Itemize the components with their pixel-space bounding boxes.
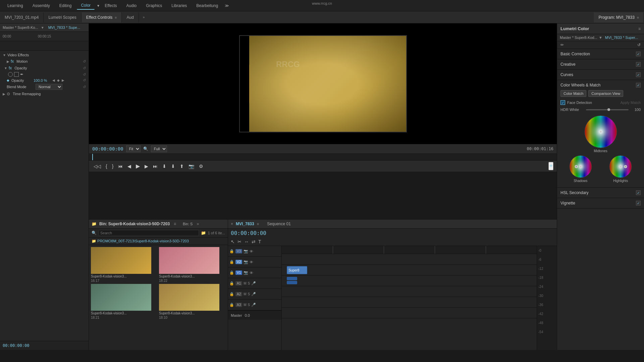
- slip-tool[interactable]: ⇄: [252, 239, 256, 244]
- lumetri-vignette-section[interactable]: Vignette ✓: [557, 198, 644, 208]
- opacity-reset-icon[interactable]: ↺: [83, 66, 86, 70]
- tab-source-file[interactable]: MVI_7203_01.mp4: [0, 12, 44, 22]
- lumetri-edit-icon[interactable]: ✏: [560, 43, 564, 47]
- hdr-slider[interactable]: [586, 109, 629, 110]
- track-m-a3[interactable]: M: [244, 303, 246, 307]
- shuttle-slider[interactable]: ◁◁: [92, 163, 102, 170]
- track-clip-v1-1[interactable]: [287, 277, 297, 280]
- source-expand-icon[interactable]: »: [197, 222, 199, 226]
- menu-item-editing[interactable]: Editing: [55, 2, 76, 9]
- track-eye-v1[interactable]: 👁: [250, 271, 253, 275]
- step-back-btn[interactable]: ◀: [126, 163, 132, 170]
- menu-item-audio[interactable]: Audio: [122, 2, 141, 9]
- preview-playhead-bar[interactable]: [89, 154, 557, 161]
- track-mic-a1[interactable]: 🎤: [251, 281, 256, 286]
- track-clip-v2[interactable]: Super8: [287, 266, 307, 274]
- lumetri-section-basic[interactable]: Basic Correction ✓: [557, 49, 644, 59]
- opacity-keyframe-prev[interactable]: ◀: [52, 78, 55, 82]
- tab-aud[interactable]: Aud: [122, 12, 139, 22]
- track-lock-a3[interactable]: 🔒: [229, 303, 234, 307]
- menu-item-libraries[interactable]: Libraries: [167, 2, 191, 9]
- track-s-a3[interactable]: S: [248, 303, 250, 307]
- razor-tool[interactable]: ✂: [237, 239, 241, 244]
- new-bin-icon[interactable]: 📁: [201, 231, 206, 235]
- list-item[interactable]: Super8-Kodak-vision3... 18:22: [159, 247, 226, 283]
- search-input[interactable]: [99, 230, 199, 236]
- track-s-a2[interactable]: S: [248, 292, 250, 296]
- track-btn-v1[interactable]: V1: [235, 270, 242, 275]
- step-fwd-btn[interactable]: ▶: [143, 163, 150, 170]
- go-to-in-btn[interactable]: ⏮: [117, 163, 124, 170]
- track-btn-v3[interactable]: V3: [235, 249, 242, 253]
- lumetri-menu-icon[interactable]: ≡: [638, 26, 641, 31]
- menu-item-learning[interactable]: Learning: [3, 2, 27, 9]
- mark-in-btn[interactable]: {: [104, 163, 109, 170]
- track-clip-v1-2[interactable]: [287, 281, 297, 284]
- fit-select[interactable]: Fit: [126, 145, 141, 152]
- apply-match-btn[interactable]: Apply Match: [620, 101, 641, 105]
- track-lock-v2[interactable]: 🔒: [229, 260, 234, 264]
- ripple-tool[interactable]: ↔: [244, 239, 249, 244]
- track-m-a2[interactable]: M: [244, 292, 246, 296]
- list-item[interactable]: Super8-Kodak-vision3... 18:10: [159, 284, 226, 319]
- tab-program-monitor[interactable]: Program: MVI_7833 ≡: [594, 12, 644, 22]
- track-lock-v3[interactable]: 🔒: [229, 249, 234, 253]
- highlights-wheel[interactable]: Highlights: [609, 155, 632, 183]
- opacity-value-display[interactable]: 100.0 %: [34, 78, 50, 82]
- timeline-close-btn[interactable]: ×: [231, 222, 233, 226]
- lumetri-reset-icon[interactable]: ↺: [637, 43, 641, 47]
- lumetri-basic-check[interactable]: ✓: [636, 52, 641, 56]
- tab-effect-controls[interactable]: Effect Controls ≡: [82, 12, 122, 22]
- hsl-check[interactable]: ✓: [636, 190, 641, 195]
- mark-out-btn[interactable]: }: [111, 163, 115, 170]
- export-frame-btn[interactable]: 📷: [187, 163, 196, 170]
- selection-tool[interactable]: ↖: [231, 239, 235, 244]
- list-item[interactable]: Super8-Kodak-vision3... 16:17: [91, 247, 158, 283]
- motion-item[interactable]: ▶ fx Motion ↺: [0, 58, 89, 65]
- menu-item-assembly[interactable]: Assembly: [29, 2, 54, 9]
- track-lock-v1[interactable]: 🔒: [229, 270, 234, 275]
- text-tool[interactable]: T: [258, 239, 261, 244]
- lumetri-section-curves[interactable]: Curves ✓: [557, 70, 644, 80]
- source-panel-menu[interactable]: ≡: [174, 222, 176, 226]
- track-eye-v3[interactable]: 👁: [250, 249, 253, 253]
- menu-item-bearbeitung[interactable]: Bearbeitung: [192, 2, 222, 9]
- lumetri-curves-check[interactable]: ✓: [636, 72, 641, 77]
- opacity-reset-2[interactable]: ↺: [83, 72, 86, 77]
- shadows-wheel[interactable]: Shadows: [569, 155, 592, 183]
- opacity-keyframe-next[interactable]: ▶: [62, 78, 64, 82]
- overwrite-btn[interactable]: ⬇: [170, 163, 176, 170]
- track-eye-v2[interactable]: 👁: [250, 260, 253, 264]
- track-mic-a2[interactable]: 🎤: [251, 292, 256, 296]
- track-lock-a1[interactable]: 🔒: [229, 281, 234, 286]
- lift-btn[interactable]: ⬆: [178, 163, 185, 170]
- track-camera-v1[interactable]: 📷: [244, 270, 248, 275]
- tabs-expand-icon[interactable]: »: [140, 15, 148, 19]
- go-to-out-btn[interactable]: ⏭: [152, 163, 159, 170]
- lumetri-creative-check[interactable]: ✓: [636, 62, 641, 67]
- vignette-check[interactable]: ✓: [636, 201, 641, 205]
- shape-rect-icon[interactable]: [14, 72, 19, 77]
- timeline-tab-icon[interactable]: ≡: [257, 222, 259, 226]
- menu-item-effects[interactable]: Effects: [101, 2, 121, 9]
- track-camera-v3[interactable]: 📷: [244, 249, 248, 253]
- lumetri-active-clip[interactable]: MVI_7833 * Super...: [605, 36, 638, 40]
- quality-select[interactable]: Full: [151, 145, 167, 152]
- lumetri-hsl-section[interactable]: HSL Secondary ✓: [557, 188, 644, 198]
- lumetri-section-creative[interactable]: Creative ✓: [557, 59, 644, 70]
- track-mic-a3[interactable]: 🎤: [251, 303, 256, 307]
- list-item[interactable]: Super8-Kodak-vision3... 18:21: [91, 284, 158, 319]
- track-btn-a2[interactable]: A2: [235, 292, 242, 296]
- timeline-ruler[interactable]: [282, 246, 537, 254]
- shape-pen-icon[interactable]: ✒: [20, 72, 23, 77]
- time-remapping-item[interactable]: ▶ ⊙ Time Remapping: [0, 90, 89, 97]
- motion-reset-icon[interactable]: ↺: [83, 59, 86, 64]
- settings-btn[interactable]: ⚙: [198, 163, 205, 170]
- opacity-header-item[interactable]: ▼ fx Opacity ↺: [0, 65, 89, 71]
- track-lock-a2[interactable]: 🔒: [229, 292, 234, 296]
- midtones-wheel[interactable]: Midtones: [584, 115, 618, 153]
- master-clip-dropdown[interactable]: ▼: [41, 26, 44, 29]
- track-btn-a3[interactable]: A3: [235, 303, 242, 307]
- video-effects-header[interactable]: ▼ Video Effects: [0, 52, 89, 58]
- zoom-search-icon[interactable]: 🔍: [143, 146, 148, 151]
